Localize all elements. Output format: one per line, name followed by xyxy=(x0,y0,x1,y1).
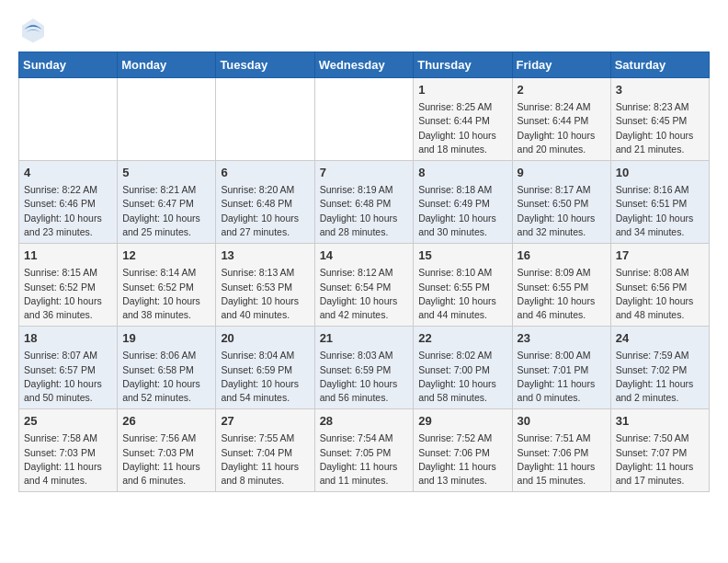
day-number: 10 xyxy=(616,165,704,181)
day-info: Sunrise: 7:55 AM Sunset: 7:04 PM Dayligh… xyxy=(221,431,309,488)
day-number: 4 xyxy=(24,165,112,181)
day-info: Sunrise: 8:09 AM Sunset: 6:55 PM Dayligh… xyxy=(518,266,606,322)
day-number: 18 xyxy=(24,330,112,347)
day-info: Sunrise: 8:04 AM Sunset: 6:59 PM Dayligh… xyxy=(221,349,309,405)
day-number: 28 xyxy=(320,413,409,430)
day-info: Sunrise: 8:12 AM Sunset: 6:54 PM Dayligh… xyxy=(320,266,409,322)
day-number: 8 xyxy=(418,165,506,181)
day-number: 16 xyxy=(518,247,606,264)
day-number: 6 xyxy=(221,165,309,181)
day-info: Sunrise: 7:52 AM Sunset: 7:06 PM Dayligh… xyxy=(418,431,506,488)
day-info: Sunrise: 8:23 AM Sunset: 6:45 PM Dayligh… xyxy=(616,100,704,156)
calendar-table: SundayMondayTuesdayWednesdayThursdayFrid… xyxy=(18,52,710,492)
day-number: 27 xyxy=(221,413,309,430)
day-number: 2 xyxy=(518,82,606,98)
day-number: 17 xyxy=(616,247,704,264)
calendar-cell: 26Sunrise: 7:56 AM Sunset: 7:03 PM Dayli… xyxy=(118,409,216,492)
calendar-cell: 14Sunrise: 8:12 AM Sunset: 6:54 PM Dayli… xyxy=(314,244,414,327)
calendar-cell: 13Sunrise: 8:13 AM Sunset: 6:53 PM Dayli… xyxy=(216,244,314,327)
day-number: 1 xyxy=(418,82,506,98)
day-number: 9 xyxy=(518,165,606,181)
day-number: 22 xyxy=(418,330,506,347)
calendar-cell: 24Sunrise: 7:59 AM Sunset: 7:02 PM Dayli… xyxy=(610,327,709,409)
calendar-header-thursday: Thursday xyxy=(414,52,512,78)
calendar-cell xyxy=(314,78,414,161)
day-info: Sunrise: 8:19 AM Sunset: 6:48 PM Dayligh… xyxy=(320,183,409,239)
calendar-cell: 18Sunrise: 8:07 AM Sunset: 6:57 PM Dayli… xyxy=(19,327,118,409)
calendar-cell: 10Sunrise: 8:16 AM Sunset: 6:51 PM Dayli… xyxy=(610,161,709,244)
day-number: 3 xyxy=(616,82,704,98)
calendar-cell: 2Sunrise: 8:24 AM Sunset: 6:44 PM Daylig… xyxy=(512,78,610,161)
day-info: Sunrise: 8:25 AM Sunset: 6:44 PM Dayligh… xyxy=(418,100,506,156)
calendar-week-row: 18Sunrise: 8:07 AM Sunset: 6:57 PM Dayli… xyxy=(19,327,710,409)
calendar-cell: 12Sunrise: 8:14 AM Sunset: 6:52 PM Dayli… xyxy=(118,244,216,327)
day-info: Sunrise: 8:16 AM Sunset: 6:51 PM Dayligh… xyxy=(616,183,704,239)
day-info: Sunrise: 7:59 AM Sunset: 7:02 PM Dayligh… xyxy=(616,349,704,405)
day-number: 14 xyxy=(320,247,409,264)
day-number: 13 xyxy=(221,247,309,264)
day-number: 26 xyxy=(122,413,210,430)
header xyxy=(18,15,710,44)
day-info: Sunrise: 8:14 AM Sunset: 6:52 PM Dayligh… xyxy=(122,266,210,322)
calendar-cell: 28Sunrise: 7:54 AM Sunset: 7:05 PM Dayli… xyxy=(314,409,414,492)
calendar-cell: 25Sunrise: 7:58 AM Sunset: 7:03 PM Dayli… xyxy=(19,409,118,492)
day-number: 15 xyxy=(418,247,506,264)
day-info: Sunrise: 8:17 AM Sunset: 6:50 PM Dayligh… xyxy=(518,183,606,239)
day-number: 29 xyxy=(418,413,506,430)
logo xyxy=(18,15,51,44)
calendar-cell: 30Sunrise: 7:51 AM Sunset: 7:06 PM Dayli… xyxy=(512,409,610,492)
calendar-cell: 6Sunrise: 8:20 AM Sunset: 6:48 PM Daylig… xyxy=(216,161,314,244)
day-info: Sunrise: 7:58 AM Sunset: 7:03 PM Dayligh… xyxy=(24,431,112,488)
calendar-header-sunday: Sunday xyxy=(19,52,118,78)
calendar-week-row: 25Sunrise: 7:58 AM Sunset: 7:03 PM Dayli… xyxy=(19,409,710,492)
calendar-cell xyxy=(118,78,216,161)
svg-marker-0 xyxy=(22,18,44,42)
calendar-cell: 27Sunrise: 7:55 AM Sunset: 7:04 PM Dayli… xyxy=(216,409,314,492)
day-info: Sunrise: 7:54 AM Sunset: 7:05 PM Dayligh… xyxy=(320,431,409,488)
day-number: 12 xyxy=(122,247,210,264)
calendar-cell: 21Sunrise: 8:03 AM Sunset: 6:59 PM Dayli… xyxy=(314,327,414,409)
day-number: 7 xyxy=(320,165,409,181)
calendar-cell: 15Sunrise: 8:10 AM Sunset: 6:55 PM Dayli… xyxy=(414,244,512,327)
day-info: Sunrise: 8:15 AM Sunset: 6:52 PM Dayligh… xyxy=(24,266,112,322)
calendar-header-saturday: Saturday xyxy=(610,52,709,78)
calendar-cell: 19Sunrise: 8:06 AM Sunset: 6:58 PM Dayli… xyxy=(118,327,216,409)
day-info: Sunrise: 8:20 AM Sunset: 6:48 PM Dayligh… xyxy=(221,183,309,239)
calendar-cell: 3Sunrise: 8:23 AM Sunset: 6:45 PM Daylig… xyxy=(610,78,709,161)
calendar-cell xyxy=(216,78,314,161)
day-number: 25 xyxy=(24,413,112,430)
day-info: Sunrise: 8:03 AM Sunset: 6:59 PM Dayligh… xyxy=(320,349,409,405)
calendar-cell: 23Sunrise: 8:00 AM Sunset: 7:01 PM Dayli… xyxy=(512,327,610,409)
calendar-cell: 11Sunrise: 8:15 AM Sunset: 6:52 PM Dayli… xyxy=(19,244,118,327)
calendar-cell: 5Sunrise: 8:21 AM Sunset: 6:47 PM Daylig… xyxy=(118,161,216,244)
day-number: 5 xyxy=(122,165,210,181)
calendar-cell: 4Sunrise: 8:22 AM Sunset: 6:46 PM Daylig… xyxy=(19,161,118,244)
calendar-week-row: 4Sunrise: 8:22 AM Sunset: 6:46 PM Daylig… xyxy=(19,161,710,244)
day-info: Sunrise: 8:02 AM Sunset: 7:00 PM Dayligh… xyxy=(418,349,506,405)
day-info: Sunrise: 8:06 AM Sunset: 6:58 PM Dayligh… xyxy=(122,349,210,405)
day-info: Sunrise: 8:21 AM Sunset: 6:47 PM Dayligh… xyxy=(122,183,210,239)
calendar-cell: 8Sunrise: 8:18 AM Sunset: 6:49 PM Daylig… xyxy=(414,161,512,244)
day-info: Sunrise: 7:50 AM Sunset: 7:07 PM Dayligh… xyxy=(616,431,704,488)
calendar-week-row: 11Sunrise: 8:15 AM Sunset: 6:52 PM Dayli… xyxy=(19,244,710,327)
calendar-cell: 17Sunrise: 8:08 AM Sunset: 6:56 PM Dayli… xyxy=(610,244,709,327)
calendar-cell: 1Sunrise: 8:25 AM Sunset: 6:44 PM Daylig… xyxy=(414,78,512,161)
day-number: 11 xyxy=(24,247,112,264)
day-info: Sunrise: 8:22 AM Sunset: 6:46 PM Dayligh… xyxy=(24,183,112,239)
calendar-cell: 9Sunrise: 8:17 AM Sunset: 6:50 PM Daylig… xyxy=(512,161,610,244)
calendar-cell: 29Sunrise: 7:52 AM Sunset: 7:06 PM Dayli… xyxy=(414,409,512,492)
calendar-cell xyxy=(19,78,118,161)
day-number: 21 xyxy=(320,330,409,347)
calendar-cell: 22Sunrise: 8:02 AM Sunset: 7:00 PM Dayli… xyxy=(414,327,512,409)
day-number: 31 xyxy=(616,413,704,430)
day-info: Sunrise: 7:56 AM Sunset: 7:03 PM Dayligh… xyxy=(122,431,210,488)
day-info: Sunrise: 8:07 AM Sunset: 6:57 PM Dayligh… xyxy=(24,349,112,405)
day-info: Sunrise: 8:24 AM Sunset: 6:44 PM Dayligh… xyxy=(518,100,606,156)
day-info: Sunrise: 8:13 AM Sunset: 6:53 PM Dayligh… xyxy=(221,266,309,322)
calendar-header-tuesday: Tuesday xyxy=(216,52,314,78)
day-info: Sunrise: 8:08 AM Sunset: 6:56 PM Dayligh… xyxy=(616,266,704,322)
day-info: Sunrise: 7:51 AM Sunset: 7:06 PM Dayligh… xyxy=(518,431,606,488)
day-number: 20 xyxy=(221,330,309,347)
calendar-header-friday: Friday xyxy=(512,52,610,78)
day-info: Sunrise: 8:18 AM Sunset: 6:49 PM Dayligh… xyxy=(418,183,506,239)
